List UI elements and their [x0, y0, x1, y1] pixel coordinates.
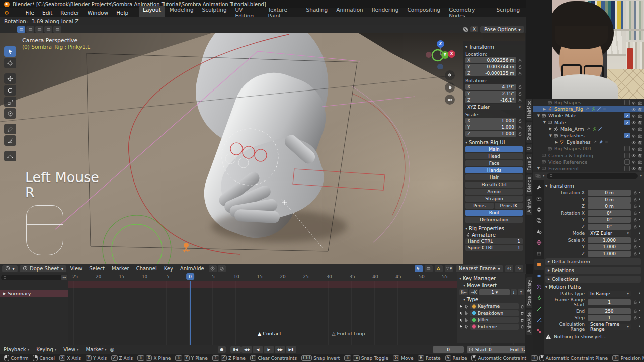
- outliner-row-video-reference[interactable]: Video Reference: [533, 159, 644, 165]
- transform-field-y[interactable]: 0°: [588, 217, 631, 223]
- animate-dot[interactable]: •: [638, 251, 641, 256]
- transform-field-z[interactable]: 0°: [588, 224, 631, 230]
- playback-menu-keying[interactable]: Keying ▾: [33, 347, 60, 352]
- hide-eye-icon[interactable]: [631, 153, 636, 158]
- expand-icon[interactable]: ▶: [542, 107, 547, 111]
- outliner-row-male-arm[interactable]: ▶Male_Arm: [533, 126, 644, 132]
- transform-panel-header[interactable]: ▾Transform: [465, 44, 523, 50]
- render-visibility-icon[interactable]: [638, 126, 643, 132]
- playback-menu-playback[interactable]: Playback ▾: [0, 347, 33, 352]
- editor-type-icon[interactable]: [535, 173, 541, 179]
- properties-tab-runner[interactable]: [534, 293, 544, 303]
- collection-checkbox[interactable]: [624, 113, 630, 118]
- animate-dot[interactable]: •: [638, 324, 641, 329]
- motion-field-end[interactable]: 250: [588, 308, 631, 314]
- playback-menu-marker[interactable]: Marker ▾: [83, 347, 110, 352]
- transform-field-y[interactable]: 1.000: [588, 244, 631, 250]
- rig-button-main[interactable]: Main: [465, 146, 523, 152]
- insert-amount-field[interactable]: 1 ▾: [479, 289, 510, 295]
- key-type-field[interactable]: Jitter: [470, 317, 519, 323]
- rig-ui-panel-header[interactable]: ▾Sombra Rig UI: [465, 140, 523, 145]
- lock-icon[interactable]: [518, 92, 523, 96]
- prev-frame-button[interactable]: ◀: [253, 346, 263, 353]
- location-field-z[interactable]: Z-0.000125 m: [465, 70, 516, 76]
- pan-hand-icon[interactable]: [445, 82, 455, 93]
- transform-field-z[interactable]: 0 m: [588, 203, 631, 209]
- collection-checkbox[interactable]: [624, 146, 630, 151]
- menu-help[interactable]: Help: [113, 9, 132, 16]
- properties-tab-camback[interactable]: [534, 193, 544, 204]
- box-subtract-icon[interactable]: [35, 26, 43, 33]
- select-keys-icon[interactable]: [459, 324, 463, 329]
- trash-icon[interactable]: [520, 311, 524, 315]
- dope-menu-marker[interactable]: Marker: [108, 266, 133, 272]
- rig-button-deformation[interactable]: Deformation: [465, 217, 523, 223]
- animate-dot[interactable]: •: [638, 204, 641, 209]
- auto-key-icon[interactable]: ◎: [110, 347, 115, 352]
- collection-checkbox[interactable]: [624, 120, 630, 125]
- record-button[interactable]: ●: [218, 346, 226, 353]
- rotation-field-y[interactable]: Y-2.15°: [465, 90, 516, 97]
- playback-menu-view[interactable]: View ▾: [60, 347, 82, 352]
- gizmo-axis-z[interactable]: Z: [437, 40, 444, 48]
- dope-sheet-mode-dropdown[interactable]: Dope Sheet ▾: [20, 265, 66, 272]
- tool-measure[interactable]: [4, 135, 16, 146]
- scale-field-x[interactable]: X1.000: [465, 118, 516, 124]
- render-visibility-icon[interactable]: [638, 106, 643, 112]
- select-keys-icon[interactable]: [459, 318, 463, 322]
- rig-button-armor[interactable]: Armor: [465, 189, 523, 195]
- motion-paths-header[interactable]: ▾Motion Paths: [545, 284, 641, 290]
- collection-checkbox[interactable]: [624, 100, 630, 105]
- rig-button-penis-ik[interactable]: Penis IK: [495, 203, 523, 209]
- only-selected-icon[interactable]: [415, 265, 423, 272]
- properties-tab-bone[interactable]: [534, 304, 544, 314]
- animate-dot[interactable]: •: [638, 231, 641, 236]
- properties-tab-swirl[interactable]: [534, 282, 544, 292]
- render-visibility-icon[interactable]: [638, 100, 643, 105]
- outliner-row-eyelashes[interactable]: ▼Eyelashes: [533, 132, 644, 139]
- outliner-row-rig-shapes-001[interactable]: Rig Shapes.001: [533, 145, 644, 152]
- timeline-marker-contact[interactable]: ▲Contact: [258, 331, 281, 336]
- properties-tab-printer[interactable]: [534, 204, 544, 215]
- fcurve-icon[interactable]: ∿: [515, 265, 523, 272]
- current-frame-line[interactable]: [190, 281, 191, 352]
- blender-menu-icon[interactable]: ⚙: [4, 10, 9, 16]
- box-select-new-icon[interactable]: [17, 26, 25, 33]
- key-manager-header[interactable]: ▾Key Manager: [459, 276, 524, 281]
- properties-tab-cone[interactable]: [534, 226, 544, 237]
- motion-field-calculation-range[interactable]: Scene Frame Range▾: [588, 324, 631, 330]
- panel-relations[interactable]: ▸Relations: [545, 267, 641, 274]
- menu-file[interactable]: File: [22, 9, 38, 16]
- key-type-field[interactable]: Breakdown: [470, 310, 519, 316]
- animate-dot[interactable]: •: [638, 224, 641, 229]
- lock-icon[interactable]: [518, 58, 523, 63]
- hide-eye-icon[interactable]: [631, 133, 636, 138]
- tool-select[interactable]: [4, 46, 16, 57]
- properties-tab-checker[interactable]: [534, 326, 544, 336]
- expand-icon[interactable]: ▼: [536, 166, 541, 170]
- motion-field-step[interactable]: 1: [588, 315, 631, 321]
- menu-render[interactable]: Render: [57, 9, 83, 16]
- key-jump-left-button[interactable]: K⇤: [459, 289, 468, 295]
- frame-range-fields[interactable]: Start0 End120: [467, 346, 526, 353]
- deselect-keys-icon[interactable]: [465, 318, 469, 322]
- lock-icon[interactable]: [518, 125, 523, 130]
- rotation-mode-dropdown[interactable]: XYZ Euler▾: [465, 104, 523, 110]
- panel-delta-transform[interactable]: ▸Delta Transform: [545, 258, 641, 265]
- rig-button-strapon[interactable]: Strapon: [465, 196, 523, 202]
- transform-field-rotation-x[interactable]: 0°: [588, 210, 631, 216]
- rotation-field-z[interactable]: Z-16.1°: [465, 97, 516, 103]
- tool-transform[interactable]: [4, 108, 16, 119]
- onion-skin-icon[interactable]: [218, 265, 226, 272]
- render-visibility-icon[interactable]: [638, 153, 643, 158]
- summary-channel[interactable]: ▶Summary: [0, 290, 68, 297]
- menu-edit[interactable]: Edit: [39, 9, 56, 16]
- hide-eye-icon[interactable]: [631, 120, 636, 125]
- next-keyframe-button[interactable]: ◆▶: [275, 346, 285, 353]
- scale-field-y[interactable]: Y1.000: [465, 124, 516, 130]
- move-insert-header[interactable]: ▾Move-Insert: [463, 283, 524, 288]
- properties-tab-orb[interactable]: [534, 270, 544, 281]
- location-field-x[interactable]: X0.002256 m: [465, 57, 516, 63]
- expand-icon[interactable]: ▼: [548, 134, 553, 138]
- hide-eye-icon[interactable]: [631, 100, 636, 105]
